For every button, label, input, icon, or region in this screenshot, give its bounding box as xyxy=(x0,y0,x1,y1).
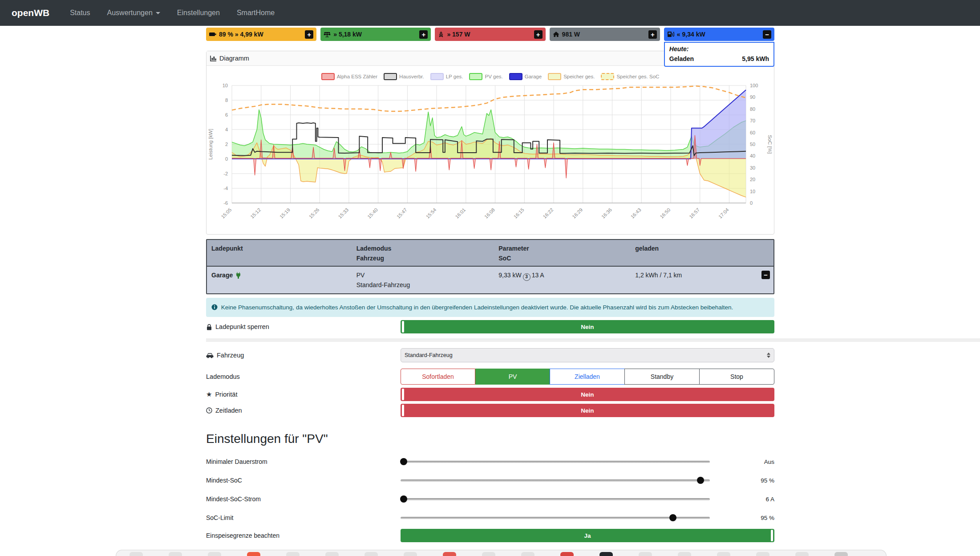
dock-app-icon[interactable] xyxy=(521,552,535,556)
car-icon xyxy=(206,353,214,358)
dock-app-icon[interactable] xyxy=(404,552,417,556)
grid-expand-button[interactable]: + xyxy=(534,30,543,39)
lock-label: Ladepunkt sperren xyxy=(215,323,269,330)
nav-einstellungen[interactable]: Einstellungen xyxy=(177,9,220,17)
svg-text:15:47: 15:47 xyxy=(396,207,408,219)
dock-app-icon[interactable] xyxy=(599,552,613,556)
vehicle-row: Fahrzeug Standard-Fahrzeug xyxy=(206,344,774,367)
toggle-handle xyxy=(771,530,773,541)
pv-expand-button[interactable]: + xyxy=(419,30,428,39)
chargepoint-collapse-button[interactable]: − xyxy=(763,30,771,39)
timecharge-row: Zeitladen Nein xyxy=(206,402,774,418)
today-title: Heute: xyxy=(669,45,769,53)
mode-pv-button[interactable]: PV xyxy=(475,369,550,385)
solar-panel-icon xyxy=(324,32,331,37)
battery-expand-button[interactable]: + xyxy=(305,30,313,39)
house-icon xyxy=(553,31,559,37)
svg-text:16:43: 16:43 xyxy=(630,207,642,219)
charge-mode-group: Sofortladen PV Zielladen Standby Stop xyxy=(401,369,774,385)
clock-icon xyxy=(206,407,212,414)
mindest-soc-slider[interactable] xyxy=(401,476,710,485)
chart-legend: Alpha ESS ZählerHausverbr.LP ges.PV ges.… xyxy=(207,72,774,81)
legend-item[interactable]: Alpha ESS Zähler xyxy=(321,73,377,80)
slider-knob[interactable] xyxy=(400,458,407,465)
row-collapse-button[interactable]: − xyxy=(761,271,770,279)
slider-knob[interactable] xyxy=(697,477,704,484)
legend-item[interactable]: Speicher ges. xyxy=(548,73,595,80)
dock-app-icon[interactable] xyxy=(678,552,691,556)
svg-text:16:15: 16:15 xyxy=(513,207,525,219)
timecharge-toggle[interactable]: Nein xyxy=(401,404,774,417)
house-expand-button[interactable]: + xyxy=(648,30,657,39)
dock-app-icon[interactable] xyxy=(443,552,456,556)
dock-app-icon[interactable] xyxy=(795,552,809,556)
legend-item[interactable]: Hausverbr. xyxy=(384,73,424,80)
section-divider xyxy=(206,338,980,342)
col-parameter: Parameter xyxy=(498,244,635,253)
toggle-handle xyxy=(402,389,404,400)
dock-app-icon[interactable] xyxy=(364,552,378,556)
chargepoint-status-badge[interactable]: « 9,34 kW − Heute: Geladen 5,95 kWh xyxy=(664,28,774,41)
pv-settings-heading: Einstellungen für "PV" xyxy=(206,432,774,446)
svg-text:17:04: 17:04 xyxy=(717,207,730,219)
today-tooltip: Heute: Geladen 5,95 kWh xyxy=(664,42,774,67)
slider-knob[interactable] xyxy=(669,514,676,521)
dock-app-icon[interactable] xyxy=(834,552,848,556)
dock-app-icon[interactable] xyxy=(286,552,300,556)
svg-text:15:40: 15:40 xyxy=(366,207,379,219)
svg-text:4: 4 xyxy=(225,127,228,132)
macos-dock[interactable] xyxy=(116,550,887,556)
svg-text:16:50: 16:50 xyxy=(659,207,671,219)
slider-row-min-dauerstrom: Minimaler Dauerstrom Aus xyxy=(206,452,774,471)
pv-status-badge[interactable]: » 5,18 kW + xyxy=(320,28,431,41)
mode-zielladen-button[interactable]: Zielladen xyxy=(550,369,625,385)
today-charged-value: 5,95 kWh xyxy=(742,55,769,62)
svg-text:0: 0 xyxy=(225,156,228,162)
battery-icon xyxy=(209,32,216,37)
legend-item[interactable]: Garage xyxy=(509,73,542,80)
dock-app-icon[interactable] xyxy=(717,552,730,556)
nav-smarthome[interactable]: SmartHome xyxy=(237,9,275,17)
svg-text:16:57: 16:57 xyxy=(688,207,701,219)
dock-app-icon[interactable] xyxy=(208,552,221,556)
navbar: openWB Status Auswertungen Einstellungen… xyxy=(0,0,980,26)
legend-item[interactable]: PV ges. xyxy=(469,73,502,80)
table-row-garage[interactable]: Garage PV Standard-Fahrzeug 9,33 kW313 A… xyxy=(207,267,773,293)
dock-app-icon[interactable] xyxy=(325,552,339,556)
dock-app-icon[interactable] xyxy=(482,552,495,556)
dock-app-icon[interactable] xyxy=(560,552,574,556)
mode-standby-button[interactable]: Standby xyxy=(624,369,700,385)
min-dauerstrom-slider[interactable] xyxy=(401,457,710,466)
dock-app-icon[interactable] xyxy=(130,552,143,556)
vehicle-label: Fahrzeug xyxy=(217,352,244,359)
nav-auswertungen[interactable]: Auswertungen xyxy=(107,9,160,17)
svg-text:16:36: 16:36 xyxy=(600,207,613,219)
vehicle-select[interactable]: Standard-Fahrzeug xyxy=(401,348,774,362)
mode-sofortladen-button[interactable]: Sofortladen xyxy=(401,369,475,385)
info-icon xyxy=(211,304,218,310)
dock-app-icon[interactable] xyxy=(756,552,769,556)
soc-limit-slider[interactable] xyxy=(401,513,710,522)
grid-status-badge[interactable]: » 157 W + xyxy=(435,28,545,41)
mode-stop-button[interactable]: Stop xyxy=(699,369,774,385)
dock-app-icon[interactable] xyxy=(639,552,652,556)
mindest-soc-strom-slider[interactable] xyxy=(401,495,710,503)
soc-limit-value: 95 % xyxy=(748,515,774,521)
nav-status[interactable]: Status xyxy=(70,9,90,17)
priority-label: Priorität xyxy=(215,391,237,398)
slider-row-soc-limit: SoC-Limit 95 % xyxy=(206,508,774,527)
diagram-card-body: Alpha ESS ZählerHausverbr.LP ges.PV ges.… xyxy=(207,66,774,234)
legend-item[interactable]: LP ges. xyxy=(430,73,463,80)
slider-knob[interactable] xyxy=(400,495,407,503)
lock-chargepoint-row: Ladepunkt sperren Nein xyxy=(206,317,774,337)
dock-app-icon[interactable] xyxy=(169,552,182,556)
legend-item[interactable]: Speicher ges. SoC xyxy=(601,73,659,80)
priority-toggle[interactable]: Nein xyxy=(401,388,774,401)
house-status-badge[interactable]: 981 W + xyxy=(550,28,660,41)
lock-toggle[interactable]: Nein xyxy=(401,320,774,333)
chevron-down-icon xyxy=(156,12,160,14)
feedin-limit-toggle[interactable]: Ja xyxy=(401,529,774,542)
svg-text:15:12: 15:12 xyxy=(249,207,262,219)
battery-status-badge[interactable]: 89 % » 4,99 kW + xyxy=(206,28,316,41)
dock-app-icon[interactable] xyxy=(247,552,260,556)
